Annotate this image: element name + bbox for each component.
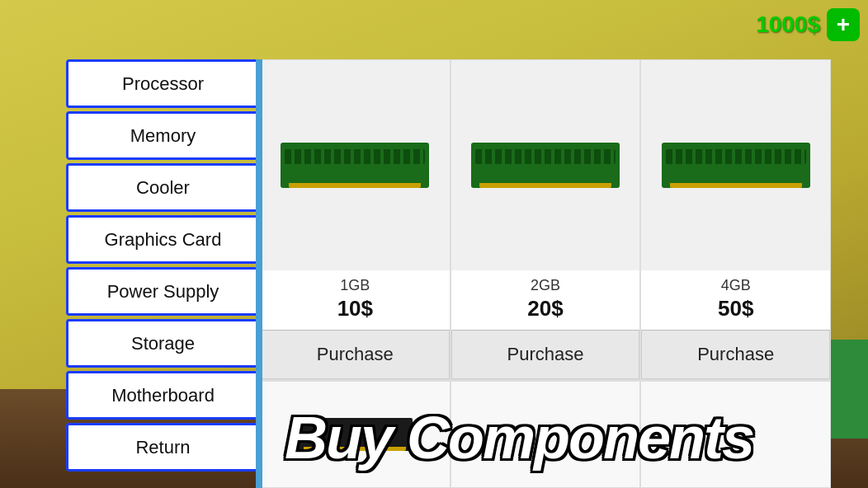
product-price-4gb: 50$ — [648, 296, 823, 321]
sidebar-item-return[interactable]: Return — [66, 423, 260, 472]
ram-image-1gb — [281, 143, 429, 188]
sidebar-item-power-supply[interactable]: Power Supply — [66, 267, 260, 316]
product-info-4gb: 4GB 50$ — [641, 270, 830, 330]
product-image-2gb — [451, 60, 640, 270]
purchase-button-2gb[interactable]: Purchase — [451, 330, 640, 379]
product-size-2gb: 2GB — [458, 277, 634, 294]
ram-image-4gb — [662, 143, 810, 188]
bottom-card-3 — [640, 381, 831, 488]
product-card-4gb: 4GB 50$ Purchase — [640, 59, 831, 380]
add-currency-button[interactable]: + — [827, 8, 860, 41]
sidebar-item-graphics-card[interactable]: Graphics Card — [66, 215, 260, 264]
product-image-1gb — [261, 60, 450, 270]
product-card-2gb: 2GB 20$ Purchase — [451, 59, 641, 380]
product-image-4gb — [641, 60, 830, 270]
product-size-4gb: 4GB — [648, 277, 823, 294]
product-card-1gb: 1GB 10$ Purchase — [260, 59, 451, 380]
green-box-decoration — [827, 340, 868, 439]
sidebar: Processor Memory Cooler Graphics Card Po… — [66, 59, 260, 488]
sidebar-item-processor[interactable]: Processor — [66, 59, 260, 108]
ram-image-2gb — [471, 143, 620, 188]
product-price-1gb: 10$ — [267, 296, 443, 321]
product-price-2gb: 20$ — [458, 296, 634, 321]
product-info-2gb: 2GB 20$ — [451, 270, 640, 330]
sidebar-item-memory[interactable]: Memory — [66, 111, 260, 160]
sidebar-item-storage[interactable]: Storage — [66, 319, 260, 368]
currency-amount: 1000$ — [756, 12, 820, 38]
currency-display: 1000$ + — [756, 8, 860, 41]
ram-dark-image-1 — [297, 418, 413, 451]
bottom-row — [260, 380, 831, 488]
product-size-1gb: 1GB — [267, 277, 443, 294]
sidebar-item-cooler[interactable]: Cooler — [66, 163, 260, 212]
bottom-card-1 — [260, 381, 451, 488]
purchase-button-4gb[interactable]: Purchase — [641, 330, 830, 379]
products-grid: 1GB 10$ Purchase 2GB 20$ Purchase 4GB 50… — [260, 59, 831, 380]
main-panel: 1GB 10$ Purchase 2GB 20$ Purchase 4GB 50… — [260, 59, 831, 488]
panel-accent — [256, 59, 262, 488]
bottom-card-2 — [451, 381, 641, 488]
purchase-button-1gb[interactable]: Purchase — [261, 330, 450, 379]
product-info-1gb: 1GB 10$ — [261, 270, 450, 330]
sidebar-item-motherboard[interactable]: Motherboard — [66, 371, 260, 420]
